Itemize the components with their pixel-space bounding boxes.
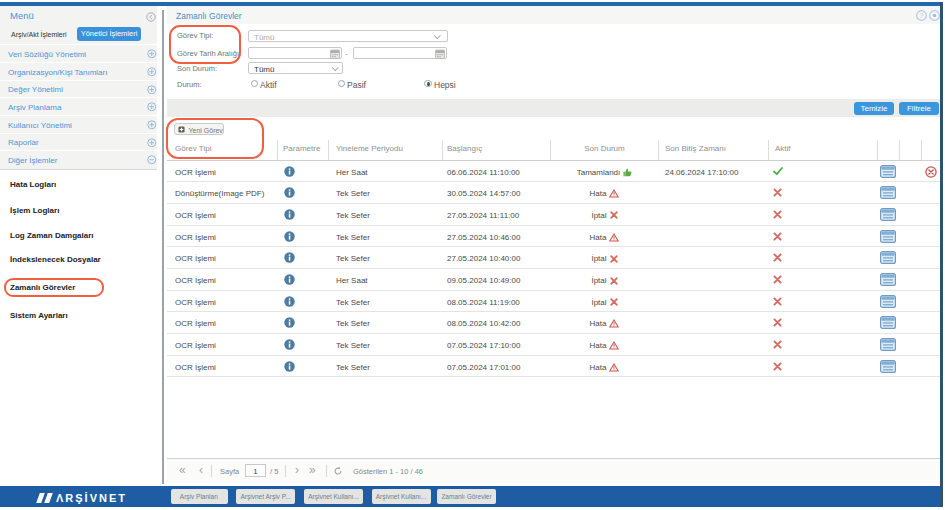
svg-text:?: ? [920, 12, 924, 19]
